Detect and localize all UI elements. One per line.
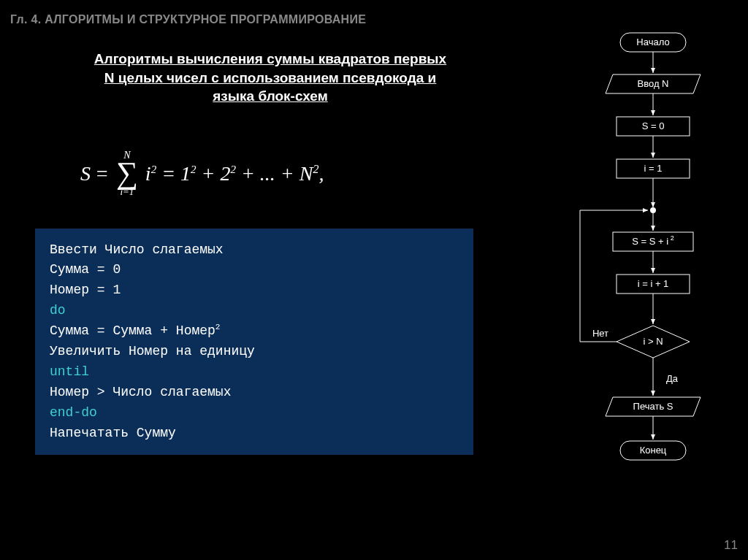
- flow-ii: i = i + 1: [638, 278, 669, 289]
- flow-input: Ввод N: [638, 78, 669, 89]
- sigma-icon: N ∑ i=1: [116, 150, 138, 198]
- code-l2: Сумма = 0: [50, 260, 459, 280]
- formula-eq1: =: [95, 162, 109, 185]
- flow-cond: i > N: [643, 336, 663, 347]
- flow-i1: i = 1: [644, 163, 663, 174]
- slide-title: Алгоритмы вычисления суммы квадратов пер…: [88, 50, 453, 106]
- flow-start: Начало: [636, 37, 669, 47]
- flow-yes: Да: [666, 373, 679, 384]
- code-l8: Номер > Число слагаемых: [50, 383, 459, 403]
- formula-body: i2 = 12 + 22 + ... + N2,: [145, 162, 324, 185]
- flow-ssi: S = S + i 2: [632, 234, 673, 247]
- code-l5: Сумма = Сумма + Номер2: [50, 321, 459, 342]
- flow-end: Конец: [640, 445, 667, 456]
- pseudocode-box: Ввести Число слагаемых Сумма = 0 Номер =…: [35, 229, 473, 456]
- formula-S: S: [80, 162, 91, 185]
- chapter-heading: Гл. 4. АЛГОРИТМЫ И СТРУКТУРНОЕ ПРОГРАММИ…: [0, 0, 748, 26]
- sigma-lower: i=1: [120, 186, 134, 198]
- title-line3: языка блок-схем: [213, 88, 327, 104]
- flow-no: Нет: [592, 328, 608, 339]
- code-l7-until: until: [50, 362, 459, 383]
- code-l10: Напечатать Сумму: [50, 423, 459, 444]
- flow-s0: S = 0: [642, 120, 665, 131]
- code-l1: Ввести Число слагаемых: [50, 240, 459, 261]
- formula: S = N ∑ i=1 i2 = 12 + 22 + ... + N2,: [80, 150, 519, 198]
- code-l4-do: do: [50, 301, 459, 321]
- flowchart: Начало Ввод N S = 0 i = 1 S = S + i 2 i …: [565, 29, 726, 540]
- code-l6: Увеличить Номер на единицу: [50, 342, 459, 362]
- title-line2: N целых чисел с использованием псевдокод…: [104, 70, 437, 85]
- title-line1: Алгоритмы вычисления суммы квадратов пер…: [94, 51, 446, 66]
- code-l3: Номер = 1: [50, 280, 459, 301]
- flow-print: Печать S: [633, 401, 673, 412]
- sigma-symbol: ∑: [116, 161, 138, 186]
- svg-point-8: [650, 207, 656, 213]
- left-column: Алгоритмы вычисления суммы квадратов пер…: [22, 37, 519, 455]
- code-l9-enddo: end-do: [50, 403, 459, 423]
- page-number: 11: [724, 538, 738, 553]
